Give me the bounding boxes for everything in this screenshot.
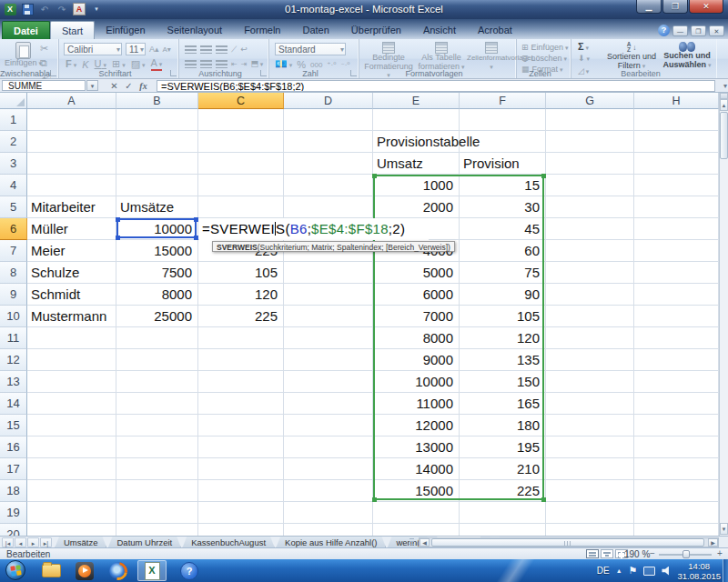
row-header-16[interactable]: 16 — [0, 436, 27, 458]
col-header-D[interactable]: D — [284, 93, 373, 109]
shrink-font-icon[interactable]: A▾ — [163, 44, 171, 55]
scroll-down-icon[interactable]: ▼ — [720, 523, 728, 535]
cell-B5[interactable]: Umsätze — [116, 196, 174, 218]
clipboard-dialog-launcher-icon[interactable] — [50, 70, 56, 76]
cell-E11[interactable]: 8000 — [373, 327, 460, 349]
row-header-8[interactable]: 8 — [0, 262, 27, 284]
row-header-18[interactable]: 18 — [0, 480, 27, 502]
cell-F3[interactable]: Provision — [460, 153, 520, 175]
name-box[interactable]: SUMME — [2, 80, 86, 91]
clock[interactable]: 14:08 31.08.2015 — [677, 561, 721, 581]
cancel-icon[interactable]: ✕ — [107, 80, 121, 92]
cell-F7[interactable]: 60 — [460, 240, 546, 262]
horizontal-scrollbar[interactable]: ◀ ▶ — [419, 537, 719, 547]
redo-button[interactable]: ↷ — [55, 3, 69, 16]
wrap-text-icon[interactable]: ↩ — [240, 44, 248, 55]
ribbon-tab-acrobat[interactable]: Acrobat — [467, 21, 523, 39]
cell-C9[interactable]: 120 — [198, 284, 284, 306]
cell-F4[interactable]: 15 — [460, 175, 546, 196]
col-header-G[interactable]: G — [546, 93, 634, 109]
zoom-in-icon[interactable]: + — [717, 548, 723, 558]
cell-C10[interactable]: 225 — [198, 306, 284, 327]
qat-customize-button[interactable]: ▾ — [89, 3, 104, 16]
taskbar-media-player-icon[interactable] — [70, 560, 99, 581]
network-icon[interactable] — [643, 567, 655, 576]
format-as-table-button[interactable]: Als Tabelle formatieren — [416, 42, 467, 71]
restore-button[interactable]: ❐ — [662, 0, 688, 14]
paste-button[interactable]: Einfügen — [5, 42, 42, 68]
align-bottom-icon[interactable] — [216, 45, 228, 54]
cell-F8[interactable]: 75 — [460, 262, 546, 284]
cell-F15[interactable]: 180 — [460, 415, 546, 436]
grow-font-icon[interactable]: A▴ — [149, 44, 159, 55]
last-sheet-icon[interactable]: ▸| — [40, 537, 52, 547]
scroll-left-icon[interactable]: ◀ — [420, 538, 430, 547]
formula-input[interactable]: =SVERWEIS(B6;$E$4:$F$18;2) — [157, 80, 715, 92]
cell-A8[interactable]: Schulze — [27, 262, 79, 284]
cell-F17[interactable]: 210 — [460, 458, 546, 480]
ribbon-tab-daten[interactable]: Daten — [291, 21, 339, 39]
cell-E12[interactable]: 9000 — [373, 349, 460, 371]
row-header-14[interactable]: 14 — [0, 393, 27, 415]
number-dialog-launcher-icon[interactable] — [350, 70, 357, 76]
zoom-level-label[interactable]: 190 % — [624, 549, 650, 559]
cell-E14[interactable]: 11000 — [373, 393, 460, 415]
taskbar-excel-icon[interactable] — [137, 560, 167, 581]
cell-E9[interactable]: 6000 — [373, 284, 460, 306]
previous-sheet-icon[interactable]: ◂ — [15, 537, 26, 547]
cell-F14[interactable]: 165 — [460, 393, 546, 415]
volume-icon[interactable] — [662, 567, 671, 576]
col-header-A[interactable]: A — [27, 93, 116, 109]
cell-F9[interactable]: 90 — [460, 284, 546, 306]
cell-B7[interactable]: 15000 — [116, 240, 198, 262]
orientation-icon[interactable]: ⟋ — [231, 44, 237, 55]
cell-E8[interactable]: 5000 — [373, 262, 460, 284]
minimize-button[interactable]: ▁ — [636, 0, 662, 14]
align-center-icon[interactable] — [200, 60, 212, 68]
row-header-1[interactable]: 1 — [0, 109, 27, 131]
taskbar-firefox-icon[interactable] — [104, 560, 133, 581]
cell-F16[interactable]: 195 — [460, 436, 546, 458]
cell-edit-overlay[interactable]: =SVERWEIS(B6;$E$4:$F$18;2) — [199, 218, 429, 240]
cell-E15[interactable]: 12000 — [373, 415, 460, 436]
doc-close-button[interactable]: ✕ — [709, 25, 724, 36]
start-button[interactable] — [5, 560, 25, 580]
insert-function-icon[interactable]: fx — [136, 80, 150, 92]
row-header-12[interactable]: 12 — [0, 349, 27, 371]
cell-E2[interactable]: Provisionstabelle — [373, 131, 480, 153]
row-header-6[interactable]: 6 — [0, 218, 27, 240]
cell-styles-button[interactable]: Zellenformatvorlagen — [467, 42, 516, 71]
ribbon-tab-überprüfen[interactable]: Überprüfen — [340, 21, 412, 39]
ribbon-tab-seitenlayout[interactable]: Seitenlayout — [157, 21, 234, 39]
name-box-dropdown-icon[interactable]: ▾ — [86, 80, 98, 91]
align-left-icon[interactable] — [185, 60, 197, 68]
autosum-button[interactable]: Σ — [578, 41, 590, 52]
number-format-select[interactable]: Standard — [275, 43, 346, 55]
align-top-icon[interactable] — [185, 45, 197, 54]
cell-E17[interactable]: 14000 — [373, 458, 460, 480]
next-sheet-icon[interactable]: ▸ — [27, 537, 39, 547]
row-header-5[interactable]: 5 — [0, 196, 27, 218]
cell-F11[interactable]: 120 — [460, 327, 546, 349]
ribbon-tab-ansicht[interactable]: Ansicht — [412, 21, 467, 39]
cell-B9[interactable]: 8000 — [116, 284, 198, 306]
row-header-7[interactable]: 7 — [0, 240, 27, 262]
cell-B6[interactable]: 10000 — [116, 218, 198, 240]
cell-F5[interactable]: 30 — [460, 196, 546, 218]
row-header-2[interactable]: 2 — [0, 131, 27, 153]
taskbar-explorer-icon[interactable] — [36, 560, 66, 581]
ribbon-tab-datei[interactable]: Datei — [2, 21, 50, 39]
row-header-4[interactable]: 4 — [0, 175, 27, 196]
excel-logo-icon[interactable]: X — [3, 3, 17, 16]
col-header-E[interactable]: E — [373, 93, 460, 109]
align-right-icon[interactable] — [216, 60, 228, 68]
row-header-19[interactable]: 19 — [0, 502, 27, 524]
row-header-9[interactable]: 9 — [0, 284, 27, 306]
page-layout-view-icon[interactable] — [601, 549, 613, 558]
tray-expand-icon[interactable]: ▲ — [616, 567, 622, 574]
col-header-C[interactable]: C — [198, 93, 284, 109]
row-header-20[interactable]: 20 — [0, 524, 27, 536]
find-select-button[interactable]: Suchen und Auswählen — [661, 42, 713, 69]
normal-view-icon[interactable] — [586, 549, 599, 558]
ribbon-tab-start[interactable]: Start — [50, 21, 95, 39]
